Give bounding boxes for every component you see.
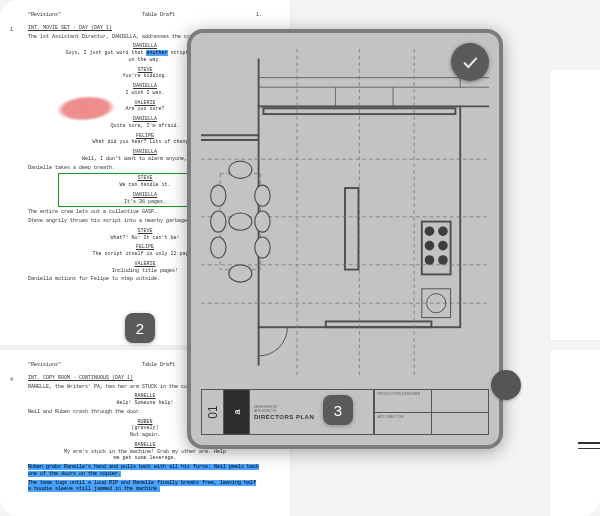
sheet-title-cell: DESIGNED BY ARCHITECTS DIRECTORS PLAN [250, 390, 374, 434]
floorplan-drawing [201, 43, 489, 381]
page-badge-2: 2 [125, 313, 155, 343]
svg-point-33 [438, 226, 448, 236]
svg-point-35 [438, 241, 448, 251]
svg-rect-9 [326, 321, 432, 327]
header-center: Table Draft [142, 12, 175, 19]
selected-checkmark[interactable] [451, 43, 489, 81]
header-left: "Revisions" [28, 362, 61, 369]
svg-point-25 [229, 265, 252, 282]
svg-point-24 [229, 213, 252, 230]
info-cell: PRODUCTION DESIGNER [374, 390, 431, 412]
header-right: 1. [256, 12, 262, 19]
adjacent-page-right-bottom[interactable] [550, 350, 600, 516]
check-icon [460, 52, 480, 72]
svg-point-27 [211, 211, 226, 232]
scene-number: 4 [10, 377, 13, 384]
adjacent-page-right-top[interactable] [550, 70, 600, 340]
svg-point-28 [211, 237, 226, 258]
svg-point-36 [425, 255, 435, 265]
page-badge-3: 3 [323, 395, 353, 425]
logo-text: a [231, 409, 241, 414]
info-grid: PRODUCTION DESIGNER ART DIRECTOR [374, 390, 489, 434]
info-cell [431, 412, 488, 434]
header-left: "Revisions" [28, 12, 61, 19]
rule-line [578, 442, 600, 444]
svg-point-26 [211, 185, 226, 206]
drag-handle[interactable] [491, 370, 521, 400]
revision-highlight: The team tugs until a loud RIP and Ranel… [28, 480, 256, 493]
page-header: "Revisions" Table Draft 1. [28, 12, 262, 19]
header-center: Table Draft [142, 362, 175, 369]
revision-highlight: Ruben grabs Ranelle's hand and pulls bac… [28, 464, 259, 477]
logo-cell: a [224, 390, 250, 434]
svg-point-30 [255, 211, 270, 232]
svg-point-32 [425, 226, 435, 236]
info-cell [431, 390, 488, 412]
svg-point-23 [229, 161, 252, 178]
rule-line [578, 448, 600, 449]
info-cell: ART DIRECTOR [374, 412, 431, 434]
svg-rect-8 [345, 188, 358, 270]
thumbnail-canvas[interactable]: "Revisions" Table Draft 1. 1 INT. MOVIE … [0, 0, 600, 516]
action-line: Ruben grabs Ranelle's hand and pulls bac… [28, 464, 262, 478]
svg-point-29 [255, 185, 270, 206]
dialogue: My arm's stuck in the machine! Grab my o… [62, 449, 228, 463]
action-line: The team tugs until a loud RIP and Ranel… [28, 480, 262, 494]
svg-point-31 [255, 237, 270, 258]
svg-point-34 [425, 241, 435, 251]
svg-point-37 [438, 255, 448, 265]
sheet-number-cell: 01 [202, 390, 224, 434]
floorplan-page-selected[interactable]: 01 a DESIGNED BY ARCHITECTS DIRECTORS PL… [187, 29, 503, 449]
revision-highlight: another [146, 50, 167, 56]
sheet-number: 01 [206, 405, 220, 418]
scene-number: 1 [10, 27, 13, 34]
